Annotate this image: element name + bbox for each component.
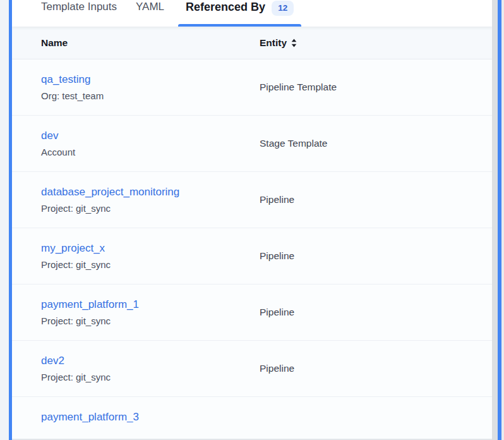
column-header-name: Name bbox=[12, 37, 260, 49]
table-row: dev Account Stage Template bbox=[12, 116, 492, 172]
sort-arrows-icon[interactable] bbox=[291, 39, 297, 47]
row-name-cell: database_project_monitoring Project: git… bbox=[12, 172, 260, 228]
table-row: my_project_x Project: git_sync Pipeline bbox=[12, 228, 492, 284]
row-entity: Stage Template bbox=[260, 116, 327, 171]
row-entity: Pipeline bbox=[260, 284, 294, 340]
row-scope: Project: git_sync bbox=[41, 372, 260, 383]
row-name-cell: dev2 Project: git_sync bbox=[12, 341, 260, 396]
row-scope: Project: git_sync bbox=[41, 203, 260, 214]
table-row: dev2 Project: git_sync Pipeline bbox=[12, 341, 492, 397]
column-header-entity-label: Entity bbox=[260, 37, 287, 49]
row-name-cell: payment_platform_3 bbox=[12, 397, 260, 440]
table-row: payment_platform_3 bbox=[12, 397, 492, 440]
page-background-right bbox=[501, 0, 504, 440]
row-name-cell: payment_platform_1 Project: git_sync bbox=[12, 284, 260, 340]
tab-referenced-by-label: Referenced By bbox=[186, 0, 265, 14]
row-scope: Account bbox=[41, 147, 260, 158]
table-row: database_project_monitoring Project: git… bbox=[12, 172, 492, 228]
tab-count-badge: 12 bbox=[272, 1, 294, 16]
row-name-link[interactable]: qa_testing bbox=[41, 73, 90, 86]
referenced-by-panel: Template Inputs YAML Referenced By 12 Na… bbox=[0, 0, 504, 440]
table-row: qa_testing Org: test_team Pipeline Templ… bbox=[12, 59, 492, 116]
row-name-link[interactable]: payment_platform_1 bbox=[41, 298, 139, 311]
row-name-link[interactable]: database_project_monitoring bbox=[41, 186, 179, 199]
row-entity: Pipeline Template bbox=[260, 59, 337, 115]
row-name-clip: payment_platform_3 bbox=[41, 411, 260, 422]
tab-yaml[interactable]: YAML bbox=[136, 0, 164, 27]
column-header-entity[interactable]: Entity bbox=[260, 37, 297, 49]
row-scope: Org: test_team bbox=[41, 90, 260, 102]
row-entity: Pipeline bbox=[260, 228, 294, 284]
scrollbar-track[interactable] bbox=[492, 0, 498, 440]
row-name-link[interactable]: dev bbox=[41, 130, 58, 142]
row-name-link[interactable]: dev2 bbox=[41, 355, 64, 367]
row-scope: Project: git_sync bbox=[41, 315, 260, 327]
row-name-cell: my_project_x Project: git_sync bbox=[12, 228, 260, 284]
row-name-link[interactable]: my_project_x bbox=[41, 242, 105, 255]
row-name-link[interactable]: payment_platform_3 bbox=[41, 411, 139, 422]
row-name-cell: dev Account bbox=[12, 116, 260, 171]
table-row: payment_platform_1 Project: git_sync Pip… bbox=[12, 284, 492, 341]
page-background-left bbox=[0, 0, 9, 440]
tabs-bar: Template Inputs YAML Referenced By 12 bbox=[12, 0, 492, 27]
row-scope: Project: git_sync bbox=[41, 259, 260, 271]
table-header: Name Entity bbox=[12, 27, 492, 59]
tab-template-inputs[interactable]: Template Inputs bbox=[41, 0, 117, 27]
panel-content: Template Inputs YAML Referenced By 12 Na… bbox=[12, 0, 492, 440]
row-entity: Pipeline bbox=[260, 341, 294, 396]
tab-referenced-by[interactable]: Referenced By 12 bbox=[178, 0, 301, 27]
row-name-cell: qa_testing Org: test_team bbox=[12, 59, 260, 115]
row-entity: Pipeline bbox=[260, 172, 294, 228]
